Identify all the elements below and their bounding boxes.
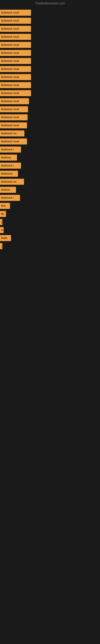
bars-container: Bottleneck resultBottleneck resultBottle… bbox=[0, 7, 100, 252]
bottleneck-bar: Bottleneck r bbox=[0, 146, 21, 152]
bar-row: Bottlenec bbox=[0, 154, 100, 162]
bottleneck-bar: B bbox=[0, 227, 3, 233]
bottleneck-bar: Bottlene bbox=[0, 187, 16, 193]
bottleneck-bar: Bottleneck result bbox=[0, 18, 31, 24]
bar-row: Bott bbox=[0, 202, 100, 210]
bar-row: Bottleneck r bbox=[0, 146, 100, 153]
bar-row: Bottleneck result bbox=[0, 57, 100, 65]
bottleneck-bar: Bottleneck result bbox=[0, 42, 31, 48]
bottleneck-bar: Bottleneck result bbox=[0, 50, 31, 56]
bottleneck-bar: Bottleneck r bbox=[0, 162, 21, 169]
bar-row: Bottleneck result bbox=[0, 89, 100, 97]
bar-row: Bottleneck res bbox=[0, 130, 100, 137]
bar-row: Bottleneck result bbox=[0, 114, 100, 121]
bar-row: Bottleneck result bbox=[0, 122, 100, 129]
bottleneck-bar: | bbox=[0, 243, 2, 249]
bar-row: Bottleneck result bbox=[0, 106, 100, 113]
bar-row: | bbox=[0, 218, 100, 226]
bar-row: | bbox=[0, 242, 100, 250]
bottleneck-bar: Bottleneck result bbox=[0, 58, 31, 64]
site-title: TheBottlenecker.com bbox=[35, 2, 65, 5]
bar-row: Bottleneck result bbox=[0, 138, 100, 145]
bar-row: Bottleneck result bbox=[0, 73, 100, 81]
bar-row: Bottle bbox=[0, 234, 100, 242]
bar-row: Bottleneck result bbox=[0, 25, 100, 32]
bar-row: Bottleneck bbox=[0, 170, 100, 178]
bar-row: Bottleneck r bbox=[0, 162, 100, 170]
bottleneck-bar: Bott bbox=[0, 203, 10, 209]
bar-row: Bottleneck result bbox=[0, 81, 100, 89]
bar-row: Bottlene bbox=[0, 186, 100, 194]
bottleneck-bar: Bottleneck result bbox=[0, 138, 27, 144]
bar-row: Bo bbox=[0, 210, 100, 218]
bar-row: Bottleneck result bbox=[0, 9, 100, 16]
bottleneck-bar: Bottlenec bbox=[0, 154, 17, 160]
bottleneck-bar: | bbox=[0, 219, 2, 225]
bottleneck-bar: Bottle bbox=[0, 235, 11, 241]
bottleneck-bar: Bottleneck result bbox=[0, 34, 31, 40]
page-title: TheBottlenecker.com bbox=[0, 0, 100, 7]
bar-row: Bottleneck result bbox=[0, 17, 100, 24]
bottleneck-bar: Bottleneck result bbox=[0, 66, 31, 72]
bottleneck-bar: Bottleneck result bbox=[0, 122, 27, 128]
bar-row: Bottleneck result bbox=[0, 49, 100, 57]
bar-row: Bottleneck result bbox=[0, 41, 100, 49]
bottleneck-bar: Bottleneck result bbox=[0, 106, 28, 112]
bar-row: B bbox=[0, 226, 100, 234]
bar-row: Bottleneck result bbox=[0, 98, 100, 105]
bottleneck-bar: Bottleneck result bbox=[0, 90, 31, 96]
bar-row: Bottleneck r bbox=[0, 194, 100, 202]
bottleneck-bar: Bottleneck result bbox=[0, 10, 31, 16]
bar-row: Bottleneck res bbox=[0, 178, 100, 186]
bottleneck-bar: Bottleneck bbox=[0, 171, 18, 177]
bottleneck-bar: Bottleneck res bbox=[0, 130, 24, 136]
bar-row: Bottleneck result bbox=[0, 65, 100, 73]
bar-row: Bottleneck result bbox=[0, 33, 100, 41]
bottleneck-bar: Bottleneck res bbox=[0, 179, 24, 185]
bottleneck-bar: Bottleneck r bbox=[0, 195, 20, 201]
bottleneck-bar: Bottleneck result bbox=[0, 74, 31, 80]
bottleneck-bar: Bo bbox=[0, 211, 6, 217]
bottleneck-bar: Bottleneck result bbox=[0, 82, 31, 88]
bottleneck-bar: Bottleneck result bbox=[0, 26, 31, 32]
bottleneck-bar: Bottleneck result bbox=[0, 114, 28, 120]
bottleneck-bar: Bottleneck result bbox=[0, 98, 29, 104]
